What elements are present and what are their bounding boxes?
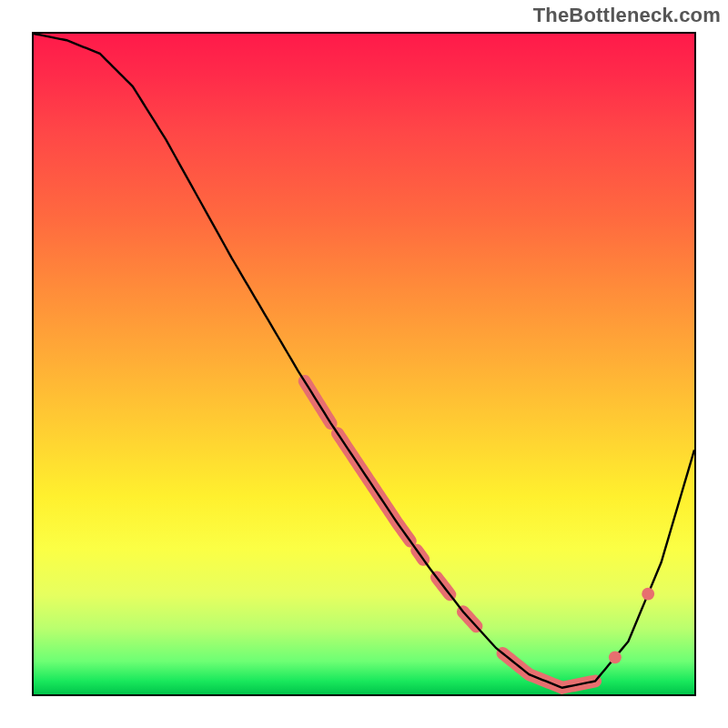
- curve-line: [34, 34, 694, 688]
- highlight-layer: [305, 381, 595, 688]
- highlight-points: [609, 588, 654, 664]
- watermark-text: TheBottleneck.com: [533, 4, 721, 27]
- highlight-point: [609, 651, 622, 663]
- chart-svg: [34, 34, 694, 694]
- plot-area: [32, 32, 696, 696]
- chart-frame: TheBottleneck.com: [0, 0, 728, 728]
- highlight-point: [642, 588, 654, 601]
